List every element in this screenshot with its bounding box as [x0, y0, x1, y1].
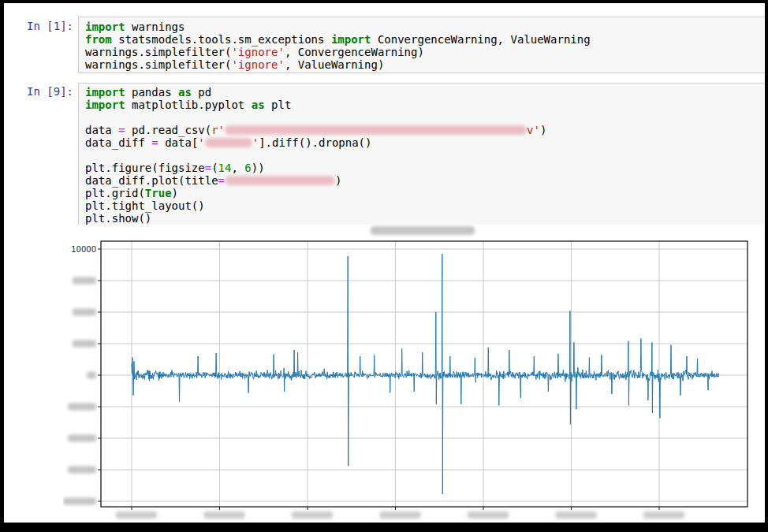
redacted-text: [225, 176, 335, 185]
code-line: warnings.simplefilter('ignore', ValueWar…: [85, 58, 766, 71]
code-token: ': [198, 136, 204, 149]
y-tick-label-redacted: [68, 467, 96, 474]
code-token: 'ignore': [231, 58, 284, 71]
code-token: =: [118, 124, 125, 136]
input-prompt-1: In [1]:: [10, 20, 73, 32]
code-token: 14: [218, 162, 232, 174]
code-token: import: [85, 99, 125, 111]
code-token: matplotlib.pyplot: [125, 99, 252, 111]
y-tick-label-redacted: [73, 340, 96, 348]
code-token: =: [205, 162, 211, 174]
code-line: from statsmodels.tools.sm_exceptions imp…: [85, 33, 766, 46]
code-line: [85, 111, 766, 124]
code-token: (: [211, 162, 218, 174]
code-cell-1[interactable]: import warningsfrom statsmodels.tools.sm…: [78, 17, 767, 73]
code-line: data_diff = data[''].diff().dropna(): [85, 136, 766, 149]
code-token: data_diff.plot(title: [85, 174, 218, 187]
code-line: import matplotlib.pyplot as plt: [85, 99, 766, 111]
code-token: ): [540, 124, 546, 136]
code-cell-2[interactable]: import pandas as pdimport matplotlib.pyp…: [78, 83, 767, 226]
code-token: ,: [231, 162, 244, 174]
redacted-text: [225, 125, 527, 135]
y-tick-label-redacted: [68, 435, 96, 442]
code-token: ConvergenceWarning, ValueWarning: [371, 33, 590, 46]
code-token: data_diff: [85, 136, 151, 149]
code-token: import: [331, 33, 371, 46]
code-token: from: [85, 33, 112, 46]
plot-output: 10000: [63, 225, 765, 526]
x-tick-label-redacted: [556, 512, 597, 519]
code-token: warnings.simplefilter(: [85, 46, 231, 58]
code-token: 6: [244, 162, 251, 174]
code-line: plt.figure(figsize=(14, 6)): [85, 162, 766, 174]
y-tick-label-redacted: [87, 372, 96, 379]
code-token: ): [335, 174, 341, 187]
code-token: plt.figure(figsize: [85, 162, 205, 174]
code-token: plt.grid(: [85, 187, 145, 199]
plot-title-redacted: [371, 226, 475, 235]
x-tick-label-redacted: [116, 512, 157, 519]
x-tick-label-redacted: [468, 512, 509, 519]
code-token: data[: [158, 136, 199, 149]
code-token: statsmodels.tools.sm_exceptions: [112, 33, 331, 46]
code-line: plt.grid(True): [85, 187, 766, 199]
code-line: data_diff.plot(title=): [85, 174, 766, 187]
code-token: ': [252, 136, 259, 149]
code-token: warnings.simplefilter(: [85, 58, 231, 71]
code-token: plt.show(): [85, 212, 151, 225]
code-token: import: [85, 20, 125, 33]
code-token: import: [85, 86, 125, 99]
code-line: data = pd.read_csv(r'v'): [85, 124, 766, 136]
code-token: as: [252, 99, 265, 111]
plot-title-group: [371, 226, 475, 235]
plot-tick-labels: 10000: [63, 245, 684, 519]
code-token: plt.tight_layout(): [85, 199, 205, 212]
code-token: warnings: [125, 20, 185, 33]
y-tick-label: 10000: [71, 245, 96, 254]
code-token: =: [151, 136, 158, 149]
x-tick-label-redacted: [292, 512, 333, 519]
code-token: r': [211, 124, 225, 136]
input-prompt-2: In [9]:: [10, 85, 73, 98]
code-line: plt.show(): [85, 212, 766, 225]
code-token: =: [218, 174, 225, 187]
x-tick-label-redacted: [380, 512, 421, 519]
y-tick-label-redacted: [73, 309, 96, 316]
code-line: plt.tight_layout(): [85, 199, 766, 212]
code-line: import pandas as pd: [85, 86, 766, 99]
code-token: as: [178, 86, 192, 99]
code-token: v': [527, 124, 540, 136]
code-token: 'ignore': [231, 46, 284, 58]
code-line: [85, 149, 766, 162]
code-token: plt: [265, 99, 292, 111]
y-tick-label-redacted: [73, 277, 96, 285]
code-token: pd.read_csv(: [125, 124, 212, 136]
code-line: warnings.simplefilter('ignore', Converge…: [85, 46, 766, 58]
code-token: ): [172, 187, 178, 199]
code-token: pd: [192, 86, 211, 99]
x-tick-label-redacted: [643, 512, 684, 519]
plot-svg: 10000: [63, 225, 765, 526]
redacted-text: [205, 138, 252, 147]
code-token: pandas: [125, 86, 178, 99]
x-tick-label-redacted: [204, 512, 245, 519]
y-tick-label-redacted: [63, 498, 96, 505]
code-token: , ValueWarning): [285, 58, 384, 71]
notebook: In [1]: import warningsfrom statsmodels.…: [0, 0, 768, 532]
y-tick-label-redacted: [68, 404, 96, 411]
code-token: data: [85, 124, 118, 136]
code-token: True: [145, 187, 172, 199]
code-token: ].diff().dropna(): [259, 136, 371, 149]
code-editor-1[interactable]: import warningsfrom statsmodels.tools.sm…: [85, 20, 766, 71]
code-editor-2[interactable]: import pandas as pdimport matplotlib.pyp…: [85, 86, 766, 225]
code-token: , ConvergenceWarning): [285, 46, 424, 58]
code-line: import warnings: [85, 20, 766, 33]
code-token: )): [252, 162, 265, 174]
